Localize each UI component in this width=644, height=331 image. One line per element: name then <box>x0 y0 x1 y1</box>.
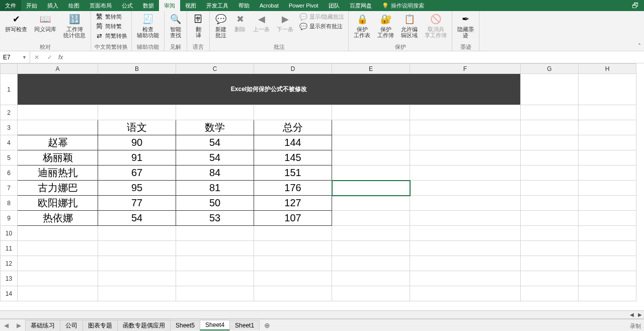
cell[interactable] <box>18 271 98 286</box>
cell[interactable]: 107 <box>254 211 332 226</box>
tell-me-search[interactable]: 💡 操作说明搜索 <box>377 2 429 10</box>
cell[interactable] <box>410 211 521 226</box>
cell[interactable] <box>521 150 579 166</box>
cell[interactable]: 迪丽热扎 <box>18 166 98 181</box>
cell[interactable] <box>176 286 254 301</box>
cell[interactable]: 127 <box>254 196 332 211</box>
scroll-right-icon[interactable]: ▶ <box>636 312 644 317</box>
cell[interactable]: 欧阳娜扎 <box>18 196 98 211</box>
sheet-tab[interactable]: 图表专题 <box>83 320 118 331</box>
cell[interactable]: 176 <box>254 181 332 196</box>
sheet-tab[interactable]: 函数专题偶应用 <box>117 320 171 331</box>
cell[interactable]: 91 <box>98 150 176 166</box>
menu-tab[interactable]: 帮助 <box>233 0 255 11</box>
cell[interactable] <box>18 256 98 271</box>
cell[interactable]: 53 <box>176 211 254 226</box>
cell[interactable] <box>521 135 579 150</box>
cell[interactable] <box>521 196 579 211</box>
cell[interactable] <box>521 105 579 120</box>
cell[interactable]: 144 <box>254 135 332 150</box>
cell[interactable] <box>18 105 98 120</box>
menu-tab[interactable]: 开发工具 <box>201 0 233 11</box>
cell[interactable]: 95 <box>98 181 176 196</box>
sheet-tab-active[interactable]: Sheet4 <box>200 320 230 330</box>
cell[interactable] <box>410 166 521 181</box>
row-header[interactable]: 13 <box>1 271 18 286</box>
cell[interactable] <box>332 286 410 301</box>
row-header[interactable]: 8 <box>1 196 18 211</box>
menu-tab[interactable]: Power Pivot <box>284 0 324 11</box>
cell[interactable] <box>332 120 410 135</box>
cell[interactable] <box>98 226 176 241</box>
cell[interactable] <box>332 256 410 271</box>
cell[interactable] <box>332 166 410 181</box>
cell[interactable] <box>18 286 98 301</box>
cell[interactable] <box>410 226 521 241</box>
cell[interactable] <box>18 226 98 241</box>
menu-tab[interactable]: 视图 <box>180 0 201 11</box>
cell[interactable] <box>410 196 521 211</box>
cell[interactable] <box>410 150 521 166</box>
cell[interactable] <box>410 286 521 301</box>
cell[interactable] <box>521 181 579 196</box>
menu-file[interactable]: 文件 <box>0 0 21 11</box>
row-header[interactable]: 3 <box>1 120 18 135</box>
cell[interactable] <box>332 196 410 211</box>
sheet-nav-prev[interactable]: ◀ <box>0 322 13 329</box>
show-hide-comment-button[interactable]: 💬显示/隐藏批注 <box>298 12 345 21</box>
cell[interactable]: 81 <box>176 181 254 196</box>
menu-tab[interactable]: 团队 <box>324 0 345 11</box>
cell[interactable]: 总分 <box>254 120 332 135</box>
cell[interactable] <box>332 241 410 256</box>
spellcheck-button[interactable]: ✔拼写检查 <box>3 12 29 33</box>
cell[interactable]: 54 <box>176 150 254 166</box>
cell[interactable] <box>332 226 410 241</box>
cell[interactable] <box>579 166 636 181</box>
cell[interactable] <box>332 135 410 150</box>
cell[interactable] <box>254 226 332 241</box>
delete-comment-button[interactable]: ✖删除 <box>232 12 248 33</box>
cell[interactable] <box>410 271 521 286</box>
cell[interactable] <box>579 74 636 105</box>
next-comment-button[interactable]: ▶下一条 <box>275 12 295 33</box>
cell[interactable] <box>579 181 636 196</box>
cell[interactable] <box>176 241 254 256</box>
row-header[interactable]: 14 <box>1 286 18 301</box>
cell[interactable] <box>579 241 636 256</box>
cell[interactable] <box>98 256 176 271</box>
cell[interactable] <box>176 256 254 271</box>
cell[interactable]: 84 <box>176 166 254 181</box>
cell[interactable]: 145 <box>254 150 332 166</box>
cell[interactable] <box>579 150 636 166</box>
menu-tab[interactable]: 插入 <box>42 0 63 11</box>
cell[interactable] <box>254 241 332 256</box>
cell[interactable] <box>521 120 579 135</box>
cell[interactable]: 热依娜 <box>18 211 98 226</box>
trad-to-simp-button[interactable]: 繁繁转简 <box>94 12 128 21</box>
row-header[interactable]: 11 <box>1 241 18 256</box>
row-header[interactable]: 9 <box>1 211 18 226</box>
cell[interactable] <box>579 226 636 241</box>
cell[interactable]: 赵幂 <box>18 135 98 150</box>
menu-tab[interactable]: 绘图 <box>63 0 85 11</box>
cell[interactable] <box>579 271 636 286</box>
cell[interactable] <box>521 286 579 301</box>
row-header[interactable]: 10 <box>1 226 18 241</box>
cell[interactable]: 50 <box>176 196 254 211</box>
row-header[interactable]: 2 <box>1 105 18 120</box>
row-header[interactable]: 7 <box>1 181 18 196</box>
convert-button[interactable]: ⇄简繁转换 <box>94 31 128 40</box>
row-header[interactable]: 5 <box>1 150 18 166</box>
cell[interactable] <box>521 211 579 226</box>
menu-tab[interactable]: 百度网盘 <box>345 0 377 11</box>
cell[interactable] <box>410 135 521 150</box>
workbook-stats-button[interactable]: 🔢工作簿 统计信息 <box>61 12 88 39</box>
prev-comment-button[interactable]: ◀上一条 <box>251 12 272 33</box>
smart-lookup-button[interactable]: 🔍智能 查找 <box>168 12 184 39</box>
new-comment-button[interactable]: 💬新建 批注 <box>213 12 229 39</box>
cell[interactable] <box>332 105 410 120</box>
thesaurus-button[interactable]: 📖同义词库 <box>32 12 58 33</box>
menu-tab-review[interactable]: 审阅 <box>159 0 180 11</box>
select-all-corner[interactable] <box>1 64 18 74</box>
col-header[interactable]: C <box>176 64 254 74</box>
